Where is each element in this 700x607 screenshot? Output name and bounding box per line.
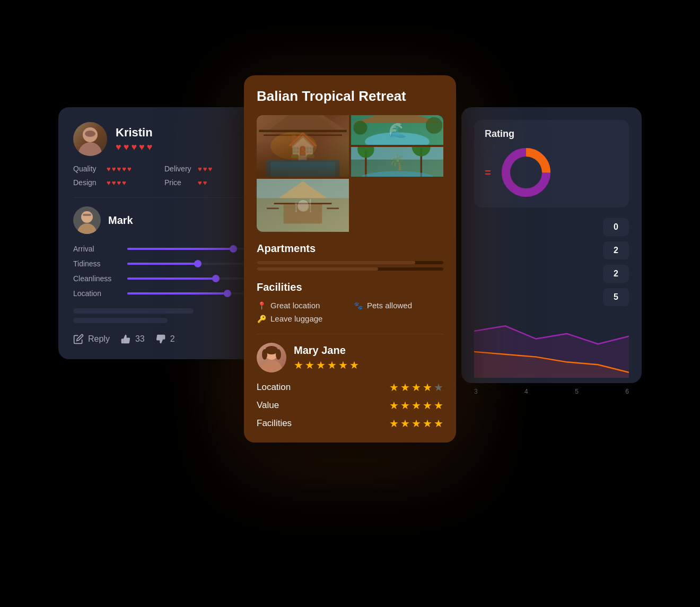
rating-title: Rating xyxy=(485,128,618,140)
photo-2 xyxy=(351,115,443,145)
svg-point-4 xyxy=(77,223,97,234)
center-property-card: Balian Tropical Retreat xyxy=(244,75,456,443)
property-type: Apartments xyxy=(257,242,443,255)
svg-rect-9 xyxy=(259,130,346,132)
stat-num-3: 5 xyxy=(603,288,629,306)
rating-donut-box: Rating = xyxy=(474,120,629,207)
svg-rect-30 xyxy=(267,208,279,210)
mark-header: Mark xyxy=(73,206,245,234)
property-title: Balian Tropical Retreat xyxy=(257,88,443,105)
svg-rect-5 xyxy=(83,214,91,216)
kristin-stars: ♥ ♥ ♥ ♥ ♥ xyxy=(116,142,153,153)
svg-point-14 xyxy=(270,132,317,160)
photo-1 xyxy=(257,115,349,177)
action-row: Reply 33 2 xyxy=(73,334,245,344)
svg-point-2 xyxy=(85,131,95,137)
facilities-grid: 📍 Great location 🐾 Pets allowed 🔑 Leave … xyxy=(257,301,443,323)
mark-avatar xyxy=(73,206,101,234)
cleanliness-slider: Cleanliness xyxy=(73,274,245,283)
svg-rect-29 xyxy=(284,204,322,223)
kristin-name: Kristin xyxy=(116,126,153,140)
mark-section: Mark Arrival Tidiness xyxy=(73,206,245,344)
facilities-title: Facilities xyxy=(257,281,443,293)
facility-leave-luggage: 🔑 Leave luggage xyxy=(257,314,347,323)
stat-num-2: 2 xyxy=(603,265,629,283)
equal-icon: = xyxy=(485,167,491,179)
mary-jane-avatar xyxy=(257,343,286,372)
chart-svg xyxy=(474,315,629,384)
kristin-header: Kristin ♥ ♥ ♥ ♥ ♥ xyxy=(73,122,245,156)
svg-point-18 xyxy=(353,121,367,135)
chart-x-labels: 3 4 5 6 xyxy=(474,386,629,397)
thumbs-up-icon xyxy=(120,334,131,344)
svg-point-38 xyxy=(276,349,281,360)
value-category: Value ★ ★ ★ ★ ★ xyxy=(257,399,443,412)
design-rating: Design ♥ ♥ ♥ ♥ xyxy=(73,178,154,187)
facility-pets-allowed: 🐾 Pets allowed xyxy=(353,301,443,310)
svg-point-1 xyxy=(78,142,102,156)
location-pin-icon: 📍 xyxy=(257,301,266,310)
svg-rect-12 xyxy=(270,162,335,177)
stat-num-0: 0 xyxy=(603,218,629,236)
svg-rect-31 xyxy=(327,208,339,210)
photo-grid xyxy=(257,115,443,232)
stat-numbers-group: 0 2 2 5 xyxy=(474,218,629,306)
property-progress-bars xyxy=(257,261,443,271)
mark-sliders: Arrival Tidiness C xyxy=(73,245,245,298)
like-button[interactable]: 33 xyxy=(120,334,145,344)
facilities-category: Facilities ★ ★ ★ ★ ★ xyxy=(257,417,443,430)
paw-icon: 🐾 xyxy=(353,301,363,310)
svg-rect-11 xyxy=(266,160,339,177)
right-rating-card: Rating = 0 xyxy=(461,107,642,383)
facility-great-location: 📍 Great location xyxy=(257,301,347,310)
text-placeholders xyxy=(73,308,245,323)
arrival-slider: Arrival xyxy=(73,245,245,253)
donut-chart xyxy=(500,146,553,199)
location-category: Location ★ ★ ★ ★ ★ xyxy=(257,381,443,394)
quality-rating: Quality ♥ ♥ ♥ ♥ ♥ xyxy=(73,164,154,173)
tidiness-slider: Tidiness xyxy=(73,259,245,268)
dislike-button[interactable]: 2 xyxy=(155,334,175,344)
delivery-rating: Delivery ♥ ♥ ♥ xyxy=(164,164,245,173)
mark-name: Mark xyxy=(108,214,133,227)
svg-rect-28 xyxy=(274,203,332,205)
thumbs-down-icon xyxy=(155,334,166,344)
kristin-rating-grid: Quality ♥ ♥ ♥ ♥ ♥ Delivery ♥ ♥ ♥ Design xyxy=(73,164,245,187)
line-chart: 3 4 5 6 xyxy=(474,315,629,400)
svg-point-37 xyxy=(262,349,267,360)
mary-jane-name: Mary Jane xyxy=(294,344,359,357)
svg-point-3 xyxy=(81,211,93,223)
photo-4 xyxy=(257,179,349,232)
photo-3 xyxy=(351,147,443,177)
svg-point-19 xyxy=(426,117,442,134)
svg-point-35 xyxy=(261,360,282,372)
mary-jane-header: Mary Jane ★ ★ ★ ★ ★ ★ xyxy=(257,343,443,372)
reply-button[interactable]: Reply xyxy=(73,334,110,344)
svg-rect-10 xyxy=(264,134,342,136)
key-icon: 🔑 xyxy=(257,315,266,323)
price-rating: Price ♥ ♥ xyxy=(164,178,245,187)
review-categories: Location ★ ★ ★ ★ ★ Value ★ ★ ★ xyxy=(257,381,443,430)
stat-num-1: 2 xyxy=(603,241,629,259)
left-review-card: Kristin ♥ ♥ ♥ ♥ ♥ Quality ♥ ♥ ♥ ♥ ♥ xyxy=(58,107,260,359)
mary-jane-review: Mary Jane ★ ★ ★ ★ ★ ★ Location ★ xyxy=(257,334,443,430)
mary-jane-stars: ★ ★ ★ ★ ★ ★ xyxy=(294,359,359,371)
pencil-icon xyxy=(73,334,84,344)
kristin-avatar xyxy=(73,122,107,156)
location-slider: Location xyxy=(73,289,245,298)
donut-svg xyxy=(500,146,553,199)
divider xyxy=(73,197,245,198)
